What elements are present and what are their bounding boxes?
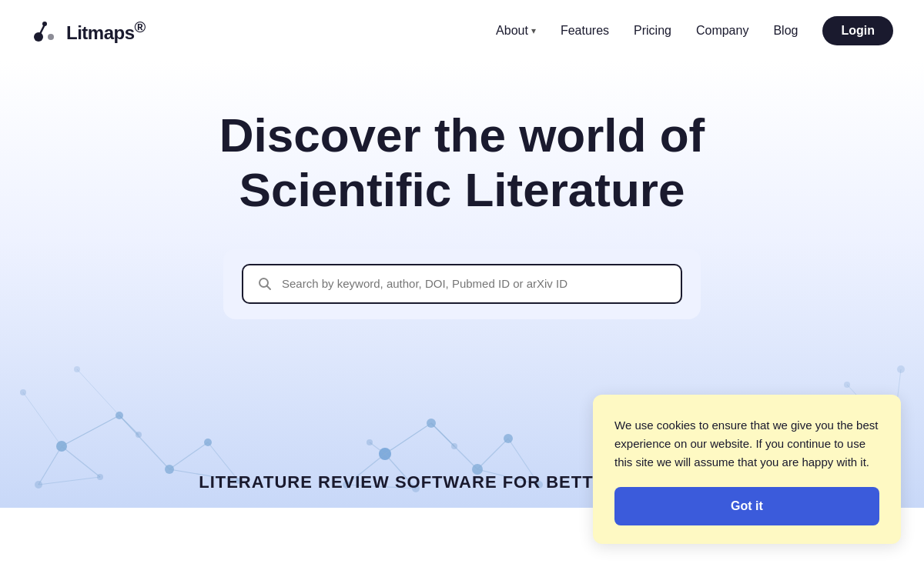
- svg-point-1: [48, 34, 54, 40]
- logo-icon: [31, 17, 59, 45]
- svg-point-3: [42, 22, 47, 26]
- svg-line-19: [169, 442, 208, 469]
- nav-pricing[interactable]: Pricing: [634, 24, 671, 38]
- search-input[interactable]: [282, 277, 667, 290]
- svg-line-36: [431, 423, 477, 469]
- chevron-down-icon: ▾: [531, 25, 536, 36]
- search-container: [223, 248, 701, 319]
- svg-line-5: [267, 285, 271, 289]
- nav-blog[interactable]: Blog: [773, 24, 798, 38]
- cookie-banner: We use cookies to ensure that we give yo…: [593, 395, 901, 544]
- svg-line-41: [370, 442, 385, 454]
- navbar: Litmaps® About ▾ Features Pricing Compan…: [0, 0, 924, 62]
- search-icon: [257, 276, 273, 292]
- login-button[interactable]: Login: [822, 16, 893, 45]
- nav-links: About ▾ Features Pricing Company Blog Lo…: [496, 16, 893, 45]
- nav-company[interactable]: Company: [696, 24, 748, 38]
- cookie-message: We use cookies to ensure that we give yo…: [614, 416, 879, 472]
- svg-line-15: [62, 446, 100, 477]
- logo[interactable]: Litmaps®: [31, 17, 146, 45]
- svg-line-16: [38, 446, 62, 485]
- svg-line-14: [62, 415, 119, 446]
- nav-about[interactable]: About ▾: [496, 24, 536, 38]
- svg-line-62: [23, 392, 62, 446]
- search-box: [242, 264, 682, 304]
- brand-name: Litmaps®: [66, 18, 146, 44]
- svg-line-63: [77, 369, 119, 415]
- svg-line-18: [119, 415, 169, 469]
- nav-features[interactable]: Features: [561, 24, 609, 38]
- hero-title: Discover the world of Scientific Literat…: [219, 108, 705, 218]
- svg-line-32: [385, 423, 431, 454]
- svg-line-22: [38, 477, 100, 485]
- svg-line-37: [477, 439, 508, 469]
- got-it-button[interactable]: Got it: [614, 487, 879, 525]
